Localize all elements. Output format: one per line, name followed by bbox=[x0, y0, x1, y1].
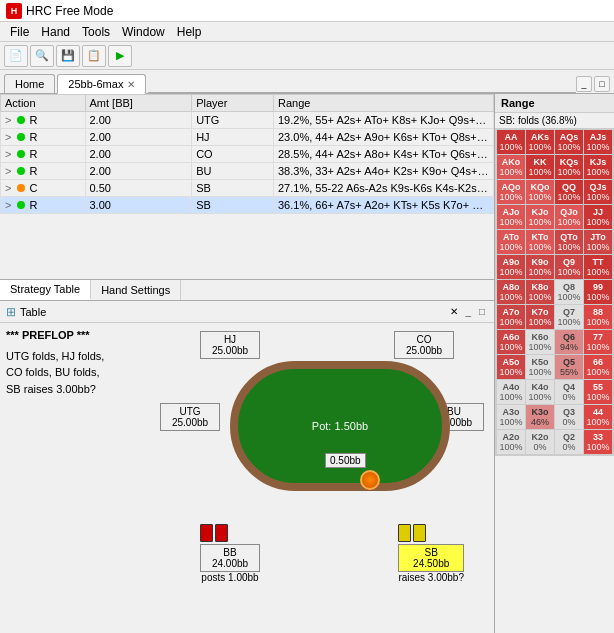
minimize-btn[interactable]: _ bbox=[576, 76, 592, 92]
range-hand: JJ bbox=[585, 207, 611, 217]
range-cell[interactable]: Q30% bbox=[555, 405, 583, 429]
range-cell[interactable]: AKs100% bbox=[526, 130, 554, 154]
dot-green bbox=[17, 167, 25, 175]
range-cell[interactable]: QJo100% bbox=[555, 205, 583, 229]
table-row[interactable]: > R 2.00 CO 28.5%, 44+ A2s+ A8o+ K4s+ KT… bbox=[1, 146, 494, 163]
range-cell[interactable]: AQs100% bbox=[555, 130, 583, 154]
toolbar-search[interactable]: 🔍 bbox=[30, 45, 54, 67]
range-cell[interactable]: KJs100% bbox=[584, 155, 612, 179]
range-cell[interactable]: K8o100% bbox=[526, 280, 554, 304]
menu-tools[interactable]: Tools bbox=[76, 23, 116, 41]
range-cell[interactable]: A9o100% bbox=[497, 255, 525, 279]
tab-hand-settings[interactable]: Hand Settings bbox=[91, 280, 181, 300]
range-cell[interactable]: ATo100% bbox=[497, 230, 525, 254]
range-hand: KQo bbox=[527, 182, 553, 192]
tab-close-icon[interactable]: ✕ bbox=[127, 79, 135, 90]
range-cell[interactable]: Q555% bbox=[555, 355, 583, 379]
table-row[interactable]: > R 2.00 BU 38.3%, 33+ A2s+ A4o+ K2s+ K9… bbox=[1, 163, 494, 180]
toolbar-save[interactable]: 💾 bbox=[56, 45, 80, 67]
range-cell[interactable]: K2o0% bbox=[526, 430, 554, 454]
cell-action: > R bbox=[1, 163, 86, 180]
range-hand: A7o bbox=[498, 307, 524, 317]
cell-amt: 2.00 bbox=[85, 146, 192, 163]
range-cell[interactable]: A2o100% bbox=[497, 430, 525, 454]
range-cell[interactable]: QJs100% bbox=[584, 180, 612, 204]
range-cell[interactable]: KJo100% bbox=[526, 205, 554, 229]
range-cell[interactable]: Q20% bbox=[555, 430, 583, 454]
range-cell[interactable]: 99100% bbox=[584, 280, 612, 304]
menu-hand[interactable]: Hand bbox=[35, 23, 76, 41]
toolbar-new[interactable]: 📄 bbox=[4, 45, 28, 67]
range-cell[interactable]: 66100% bbox=[584, 355, 612, 379]
range-cell[interactable]: K7o100% bbox=[526, 305, 554, 329]
toolbar-copy[interactable]: 📋 bbox=[82, 45, 106, 67]
app-title: HRC Free Mode bbox=[26, 4, 113, 18]
range-cell[interactable]: K9o100% bbox=[526, 255, 554, 279]
range-cell[interactable]: 55100% bbox=[584, 380, 612, 404]
range-cell[interactable]: Q8100% bbox=[555, 280, 583, 304]
expand-icon[interactable]: > bbox=[5, 148, 11, 160]
range-cell[interactable]: AQo100% bbox=[497, 180, 525, 204]
toolbar-play[interactable]: ▶ bbox=[108, 45, 132, 67]
range-cell[interactable]: A7o100% bbox=[497, 305, 525, 329]
maximize-btn[interactable]: □ bbox=[594, 76, 610, 92]
range-cell[interactable]: K4o100% bbox=[526, 380, 554, 404]
range-cell[interactable]: A4o100% bbox=[497, 380, 525, 404]
range-pct: 100% bbox=[585, 342, 611, 352]
cell-player: SB bbox=[192, 180, 274, 197]
expand-icon[interactable]: > bbox=[5, 199, 11, 211]
range-cell[interactable]: QQ100% bbox=[555, 180, 583, 204]
table-row[interactable]: > R 2.00 HJ 23.0%, 44+ A2s+ A9o+ K6s+ KT… bbox=[1, 129, 494, 146]
expand-icon[interactable]: > bbox=[5, 114, 11, 126]
menu-window[interactable]: Window bbox=[116, 23, 171, 41]
menu-help[interactable]: Help bbox=[171, 23, 208, 41]
range-cell[interactable]: AKo100% bbox=[497, 155, 525, 179]
seat-sb-chips: 24.50bb bbox=[405, 558, 457, 569]
range-cell[interactable]: TT100% bbox=[584, 255, 612, 279]
range-cell[interactable]: JTo100% bbox=[584, 230, 612, 254]
range-cell[interactable]: AJo100% bbox=[497, 205, 525, 229]
range-cell[interactable]: KK100% bbox=[526, 155, 554, 179]
table-close-icon[interactable]: ✕ bbox=[450, 306, 458, 317]
table-row[interactable]: > C 0.50 SB 27.1%, 55-22 A6s-A2s K9s-K6s… bbox=[1, 180, 494, 197]
range-cell[interactable]: QTo100% bbox=[555, 230, 583, 254]
range-cell[interactable]: K6o100% bbox=[526, 330, 554, 354]
range-cell[interactable]: KQo100% bbox=[526, 180, 554, 204]
range-cell[interactable]: Q40% bbox=[555, 380, 583, 404]
range-pct: 94% bbox=[556, 342, 582, 352]
range-cell[interactable]: JJ100% bbox=[584, 205, 612, 229]
range-cell[interactable]: K5o100% bbox=[526, 355, 554, 379]
range-cell[interactable]: 88100% bbox=[584, 305, 612, 329]
range-cell[interactable]: A6o100% bbox=[497, 330, 525, 354]
tab-home[interactable]: Home bbox=[4, 74, 55, 93]
range-cell[interactable]: 44100% bbox=[584, 405, 612, 429]
range-cell[interactable]: 33100% bbox=[584, 430, 612, 454]
menu-file[interactable]: File bbox=[4, 23, 35, 41]
range-hand: 88 bbox=[585, 307, 611, 317]
range-cell[interactable]: A5o100% bbox=[497, 355, 525, 379]
range-hand: K7o bbox=[527, 307, 553, 317]
tab-strategy-table[interactable]: Strategy Table bbox=[0, 280, 91, 300]
range-cell[interactable]: Q7100% bbox=[555, 305, 583, 329]
range-cell[interactable]: AA100% bbox=[497, 130, 525, 154]
table-row[interactable]: > R 3.00 SB 36.1%, 66+ A7s+ A2o+ KTs+ K5… bbox=[1, 197, 494, 214]
menu-bar: File Hand Tools Window Help bbox=[0, 22, 614, 42]
expand-icon[interactable]: > bbox=[5, 131, 11, 143]
range-cell[interactable]: KQs100% bbox=[555, 155, 583, 179]
seat-hj-chips: 25.00bb bbox=[207, 345, 253, 356]
tab-25bb[interactable]: 25bb-6max ✕ bbox=[57, 74, 146, 94]
range-cell[interactable]: A3o100% bbox=[497, 405, 525, 429]
table-row[interactable]: > R 2.00 UTG 19.2%, 55+ A2s+ ATo+ K8s+ K… bbox=[1, 112, 494, 129]
seat-sb-action: raises 3.00bb? bbox=[398, 572, 464, 583]
range-cell[interactable]: Q694% bbox=[555, 330, 583, 354]
panel-maximize[interactable]: □ bbox=[476, 305, 488, 318]
range-cell[interactable]: 77100% bbox=[584, 330, 612, 354]
range-cell[interactable]: KTo100% bbox=[526, 230, 554, 254]
range-cell[interactable]: AJs100% bbox=[584, 130, 612, 154]
expand-icon[interactable]: > bbox=[5, 165, 11, 177]
range-cell[interactable]: A8o100% bbox=[497, 280, 525, 304]
panel-minimize[interactable]: _ bbox=[462, 305, 474, 318]
range-cell[interactable]: K3o46% bbox=[526, 405, 554, 429]
expand-icon[interactable]: > bbox=[5, 182, 11, 194]
range-cell[interactable]: Q9100% bbox=[555, 255, 583, 279]
